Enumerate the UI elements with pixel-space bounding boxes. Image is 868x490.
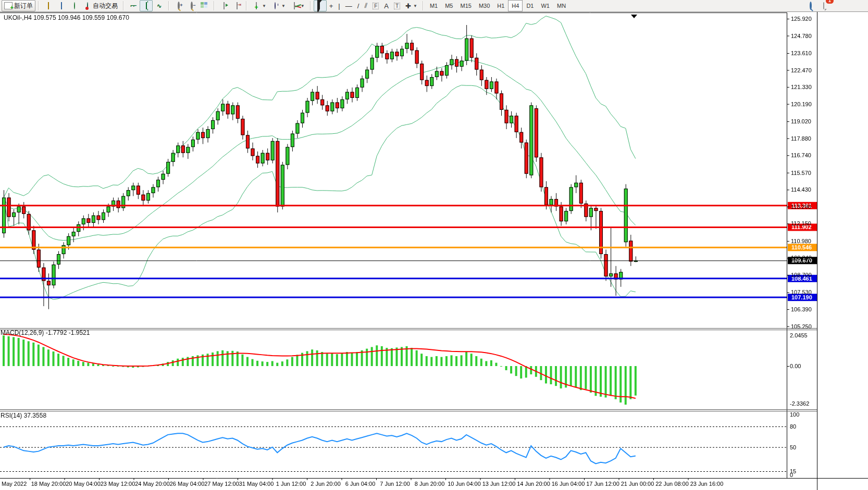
bar-chart-icon: ⌐⌐ (129, 2, 137, 10)
chevron-down-icon: ▼ (301, 4, 305, 8)
indicators-button[interactable]: ▼ (288, 0, 307, 11)
chevron-down-icon: ▼ (262, 4, 266, 8)
chevron-down-icon: ▼ (281, 4, 286, 8)
horizontal-line-tool-button[interactable]: — (343, 0, 355, 11)
fibonacci-icon: F (373, 3, 379, 9)
fibonacci-tool-button[interactable]: F (370, 0, 381, 11)
timeframe-m15-button[interactable]: M15 (456, 0, 475, 11)
new-chart-button[interactable]: ▼ (250, 0, 269, 11)
equidistant-channel-tool-button[interactable]: ⫽ (362, 0, 370, 11)
new-order-button[interactable]: 新订单 (2, 0, 35, 11)
search-button[interactable] (804, 0, 817, 11)
bar-chart-button[interactable]: ⌐⌐ (127, 0, 140, 11)
trendline-icon: / (357, 2, 359, 10)
line-chart-icon: ∿ (155, 2, 163, 10)
equidistant-channel-icon: ⫽ (364, 2, 367, 10)
timeframe-w1-button[interactable]: W1 (537, 0, 553, 11)
chat-unread-badge: 1 (826, 0, 834, 4)
crosshair-tool-button[interactable]: + (327, 0, 336, 11)
clock-icon (275, 2, 276, 9)
candlestick-chart-icon (146, 2, 147, 9)
timeframe-mn-button[interactable]: MN (553, 0, 569, 11)
market-watch-button[interactable] (55, 0, 68, 11)
arrows-icon: ✚ (405, 2, 411, 10)
timeframe-d1-button[interactable]: D1 (523, 0, 537, 11)
text-icon: A (384, 2, 389, 10)
toolbar-separator (123, 1, 124, 10)
indicators-icon (294, 2, 295, 9)
line-chart-button[interactable]: ∿ (153, 0, 166, 11)
timeframe-m1-button[interactable]: M1 (426, 0, 441, 11)
new-chart-icon (256, 2, 257, 9)
toolbar-separator (168, 1, 169, 10)
toolbar-separator (214, 1, 215, 10)
chart-canvas[interactable] (0, 12, 868, 490)
navigator-icon (74, 2, 75, 9)
toolbar-separator (38, 1, 39, 10)
zoom-in-icon: + (178, 2, 180, 10)
new-order-icon (4, 2, 13, 9)
chart-shift-icon (237, 2, 238, 9)
timeframe-h1-button[interactable]: H1 (493, 0, 508, 11)
autotrading-icon (87, 2, 88, 9)
chat-button[interactable]: 1 (817, 0, 830, 11)
quotes-icon (48, 2, 49, 9)
market-watch-icon (61, 2, 62, 9)
auto-scroll-button[interactable] (217, 0, 230, 11)
zoom-out-icon: − (191, 2, 193, 10)
search-icon (810, 2, 812, 10)
zoom-out-button[interactable]: − (185, 0, 198, 11)
tile-windows-icon (201, 2, 207, 8)
autotrading-label: 自动交易 (93, 2, 118, 10)
chart-window: UKOil-,H4 109.575 109.946 109.559 109.67… (0, 12, 868, 490)
candlestick-chart-button[interactable] (140, 0, 153, 11)
toolbar-separator (246, 1, 247, 10)
text-label-tool-button[interactable]: T (391, 0, 403, 11)
autotrading-button[interactable]: 自动交易 (81, 0, 120, 11)
arrows-tool-button[interactable]: ✚▼ (403, 0, 420, 11)
crosshair-icon: + (329, 2, 333, 10)
timeframe-h4-button[interactable]: H4 (508, 0, 523, 11)
zoom-in-button[interactable]: + (172, 0, 185, 11)
cursor-tool-button[interactable] (314, 0, 327, 11)
text-tool-button[interactable]: A (381, 0, 391, 11)
chat-icon (823, 2, 824, 9)
quotes-button[interactable] (42, 0, 55, 11)
vertical-line-icon: | (338, 2, 340, 10)
new-order-label: 新订单 (14, 2, 33, 10)
navigator-button[interactable] (68, 0, 81, 11)
tile-windows-button[interactable] (198, 0, 211, 11)
vertical-line-tool-button[interactable]: | (336, 0, 342, 11)
toolbar-separator (423, 1, 424, 10)
horizontal-line-icon: — (345, 2, 352, 10)
timeframe-m30-button[interactable]: M30 (475, 0, 493, 11)
periods-button[interactable]: ▼ (269, 0, 288, 11)
auto-scroll-icon (224, 2, 225, 9)
main-toolbar: 新订单 自动交易 ⌐⌐ ∿ + − ▼ ▼ ▼ + | — / (0, 0, 868, 12)
text-label-icon: T (394, 3, 400, 9)
trendline-tool-button[interactable]: / (355, 0, 362, 11)
chevron-down-icon: ▼ (413, 4, 417, 8)
timeframe-group: M1M5M15M30H1H4D1W1MN (425, 0, 571, 11)
chart-shift-button[interactable] (230, 0, 243, 11)
toolbar-separator (310, 1, 311, 10)
timeframe-m5-button[interactable]: M5 (441, 0, 456, 11)
